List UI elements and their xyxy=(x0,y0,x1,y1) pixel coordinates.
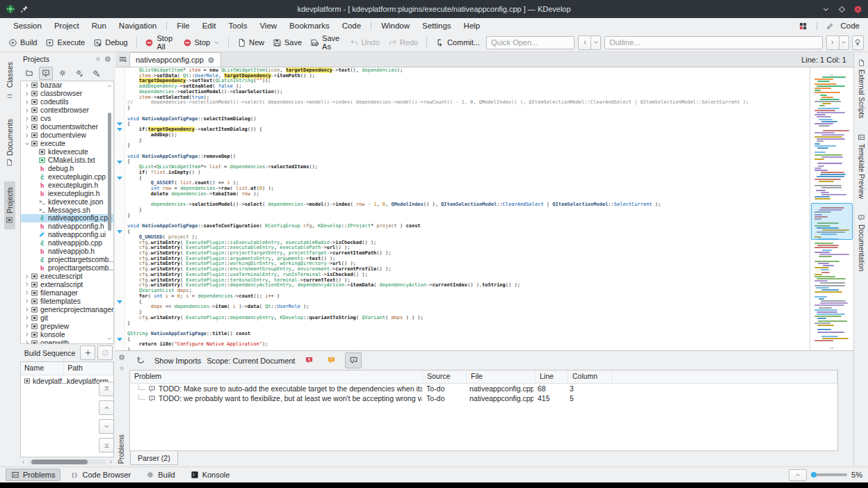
tree-item-openwith[interactable]: openwith xyxy=(21,339,113,344)
fold-marker-icon[interactable] xyxy=(117,230,122,234)
tree-item-nativeappconfig-ui[interactable]: nativeappconfig.ui xyxy=(21,231,113,239)
menu-help[interactable]: Help xyxy=(458,21,487,31)
pin-icon[interactable] xyxy=(19,4,29,14)
editor[interactable]: QListWidgetItem* item = new QListWidgetI… xyxy=(115,67,853,350)
chevron-right-icon[interactable] xyxy=(24,323,31,330)
save-button[interactable]: Save xyxy=(269,37,305,49)
fold-marker-icon[interactable] xyxy=(117,161,122,164)
tree-item-git[interactable]: git xyxy=(21,314,113,322)
next-button[interactable] xyxy=(826,35,839,50)
maximize-icon[interactable] xyxy=(837,5,846,14)
scroll-up-icon[interactable] xyxy=(106,83,113,89)
tree-item-nativeappconfig-h[interactable]: hnativeappconfig.h xyxy=(21,222,113,231)
fold-marker-icon[interactable] xyxy=(117,338,122,341)
hscrollbar-handle[interactable] xyxy=(31,459,88,464)
tree-item-classbrowser[interactable]: classbrowser xyxy=(21,90,113,98)
menu-project[interactable]: Project xyxy=(48,21,86,31)
minimap-down-icon[interactable] xyxy=(828,342,835,349)
tree-item-codeutils[interactable]: codeutils xyxy=(21,98,113,106)
close-icon[interactable] xyxy=(853,5,862,14)
chevron-right-icon[interactable] xyxy=(24,273,31,280)
tree-item-documentswitcher[interactable]: documentswitcher xyxy=(21,123,113,131)
fold-marker-icon[interactable] xyxy=(117,128,122,131)
tree-item-cmakelists-txt[interactable]: CMakeLists.txt xyxy=(21,156,113,164)
chevron-right-icon[interactable] xyxy=(24,331,31,338)
menu-navigation[interactable]: Navigation xyxy=(113,21,163,31)
menu-settings[interactable]: Settings xyxy=(416,21,458,31)
tree-item-executeplugin-h[interactable]: hexecuteplugin.h xyxy=(21,181,113,189)
close-problems-panel-icon[interactable] xyxy=(118,354,125,361)
refresh-problems-button[interactable] xyxy=(132,352,149,368)
execute-button[interactable]: Execute xyxy=(42,37,88,49)
close-panel-icon[interactable] xyxy=(104,56,111,63)
problems-col-source[interactable]: Source xyxy=(423,371,467,383)
chevron-right-icon[interactable] xyxy=(24,115,31,122)
quick-open-field[interactable]: Quick Open... xyxy=(486,36,574,49)
tree-item-externalscript[interactable]: externalscript xyxy=(21,281,113,289)
chevron-right-icon[interactable] xyxy=(24,306,31,313)
gear-button[interactable] xyxy=(56,67,70,80)
move-bottom-button[interactable] xyxy=(99,438,114,453)
zoom-slider-handle[interactable] xyxy=(811,472,817,478)
move-top-button[interactable] xyxy=(99,382,114,396)
fold-marker-icon[interactable] xyxy=(117,177,122,180)
document-list-button[interactable] xyxy=(115,53,129,67)
zoom-slider[interactable] xyxy=(811,473,847,476)
tree-item-kdevexecute-json[interactable]: >_kdevexecute.json xyxy=(21,197,113,206)
minimap-viewport[interactable] xyxy=(811,203,853,239)
tree-scrollbar[interactable] xyxy=(106,81,113,343)
tab-nativeappconfig[interactable]: nativeappconfig.cpp xyxy=(129,52,221,67)
tree-item-iexecuteplugin-h[interactable]: hiexecuteplugin.h xyxy=(21,189,113,197)
editor-fold-gutter[interactable] xyxy=(115,67,125,350)
tree-item-filetemplates[interactable]: filetemplates xyxy=(21,297,113,305)
tree-item-messages-sh[interactable]: >_Messages.sh xyxy=(21,206,113,214)
minimize-icon[interactable] xyxy=(821,5,830,14)
minimap-up-icon[interactable] xyxy=(828,69,835,76)
prev-button-dropdown[interactable] xyxy=(590,35,601,50)
chevron-right-icon[interactable] xyxy=(24,124,31,131)
folder-button[interactable] xyxy=(22,67,36,80)
fold-marker-icon[interactable] xyxy=(117,300,122,304)
statusbar-problems-button[interactable]: Problems xyxy=(6,469,61,481)
tree-item-nativeappconfig-cpp[interactable]: c̈nativeappconfig.cpp xyxy=(21,214,113,222)
show-imports-button[interactable]: Show Imports xyxy=(154,357,201,365)
bs-col-path[interactable]: Path xyxy=(64,362,113,375)
float-panel-icon[interactable] xyxy=(95,56,102,63)
scope-dropdown[interactable]: Scope: Current Document xyxy=(207,357,295,365)
menu-file[interactable]: File xyxy=(170,21,196,31)
move-down-button[interactable] xyxy=(99,419,114,434)
gear-sync-button[interactable] xyxy=(72,67,86,80)
scroll-right-icon[interactable] xyxy=(108,459,114,465)
menu-window[interactable]: Window xyxy=(375,21,416,31)
chevron-right-icon[interactable] xyxy=(24,339,31,344)
menu-edit[interactable]: Edit xyxy=(196,21,223,31)
stop-all-button[interactable]: Stop All xyxy=(141,33,177,52)
statusbar-code-browser-button[interactable]: {}Code Browser xyxy=(65,469,136,481)
tree-item-bazaar[interactable]: bazaar xyxy=(21,81,113,90)
chevron-right-icon[interactable] xyxy=(24,289,31,296)
area-switcher-code[interactable]: Code xyxy=(839,21,862,31)
tree-item-nativeappjob-h[interactable]: hnativeappjob.h xyxy=(21,247,113,256)
save-as-button[interactable]: Save As xyxy=(307,33,344,52)
tree-item-executescript[interactable]: executescript xyxy=(21,273,113,281)
float-problems-panel-icon[interactable] xyxy=(118,365,125,372)
menu-view[interactable]: View xyxy=(253,21,283,31)
menu-session[interactable]: Session xyxy=(7,21,48,31)
chevron-right-icon[interactable] xyxy=(24,281,31,288)
chevron-right-icon[interactable] xyxy=(24,132,31,139)
gear-search-button[interactable] xyxy=(89,67,103,80)
dock-tab-projects[interactable]: Projects xyxy=(4,181,15,229)
problem-row[interactable]: TODO: we probably want to flexibilize, b… xyxy=(130,393,837,403)
fold-marker-icon[interactable] xyxy=(117,122,122,126)
quickopen-jump-button[interactable] xyxy=(852,35,865,50)
expand-statusbar-button[interactable] xyxy=(789,469,807,481)
statusbar-build-button[interactable]: Build xyxy=(140,469,180,481)
tree-item-execute[interactable]: execute xyxy=(21,140,113,148)
scroll-down-icon[interactable] xyxy=(106,336,113,342)
chevron-right-icon[interactable] xyxy=(24,99,31,106)
tree-item-nativeappjob-cpp[interactable]: c̈nativeappjob.cpp xyxy=(21,239,113,247)
commit-button[interactable]: Commit... xyxy=(432,37,483,49)
dock-tab-external-scripts[interactable]: External Scripts xyxy=(858,59,865,118)
new-button[interactable]: New xyxy=(234,37,268,49)
debug-button[interactable]: Debug xyxy=(90,37,131,49)
